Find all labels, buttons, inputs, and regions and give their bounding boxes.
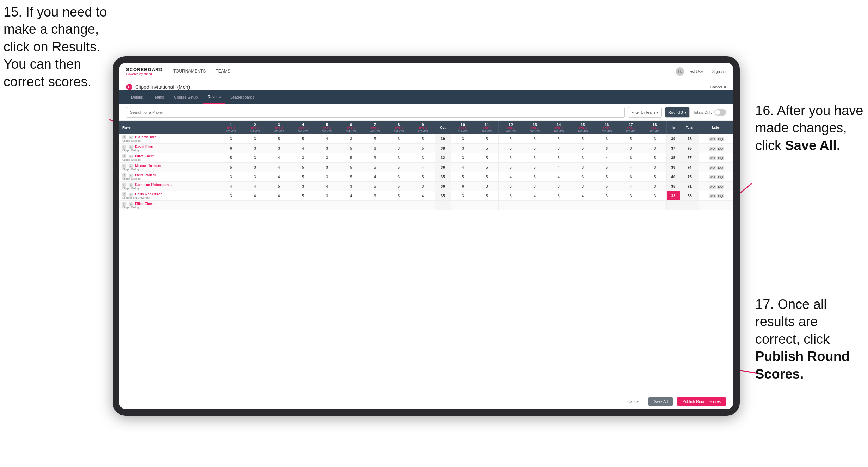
navbar-links: TOURNAMENTS TEAMS xyxy=(173,69,676,74)
label-wd[interactable]: WD xyxy=(709,166,716,170)
col-hole-4: 4 PAR 3 166 YDS xyxy=(291,121,315,134)
label-wd[interactable]: WD xyxy=(709,147,716,151)
navbar-right: TU Test User | Sign out xyxy=(676,67,726,76)
footer-bar: Cancel Save All Publish Round Scores xyxy=(119,393,733,409)
col-hole-18: 18 PAR 4 422 YDS xyxy=(643,121,666,134)
table-row: S A Elliot Ebert Clippd College 53433533… xyxy=(119,153,733,163)
highlighted-in-cell[interactable]: 33 xyxy=(667,191,680,201)
label-dq[interactable]: DQ xyxy=(717,147,724,151)
label-dq[interactable]: DQ xyxy=(717,175,724,179)
col-hole-1: 1 PAR 4 370 YDS xyxy=(219,121,243,134)
player-cell: S A Chris Robertson Scoreboard Universit… xyxy=(119,191,219,201)
label-dq[interactable]: DQ xyxy=(717,137,724,141)
table-row: S A Blair McHarg Clippd College 33554356… xyxy=(119,134,733,144)
col-hole-9: 9 PAR 4 422 YDS xyxy=(411,121,435,134)
col-hole-15: 15 PAR 4 448 YDS xyxy=(571,121,595,134)
signout-link[interactable]: Sign out xyxy=(712,69,726,74)
tab-course-setup[interactable]: Course Setup xyxy=(169,90,203,104)
col-hole-2: 2 PAR 5 511 YDS xyxy=(243,121,267,134)
nav-divider: | xyxy=(708,69,709,74)
label-wd[interactable]: WD xyxy=(709,137,716,141)
label-dq[interactable]: DQ xyxy=(717,166,724,170)
player-cell: S A David Ford Clippd College xyxy=(119,144,219,153)
table-row: S A Elliot Ebert Clippd College xyxy=(119,201,733,210)
toggle-switch[interactable] xyxy=(714,109,726,116)
cancel-button[interactable]: Cancel xyxy=(622,397,644,406)
table-row: S A Piers Parnell Clippd College 3345354… xyxy=(119,172,733,182)
player-cell: S A Marcus Turners Clippd College xyxy=(119,163,219,172)
col-hole-16: 16 PAR 5 510 YDS xyxy=(595,121,619,134)
toggle-knob xyxy=(715,110,720,115)
player-cell: S A Elliot Ebert Clippd College xyxy=(119,153,219,163)
publish-round-scores-button[interactable]: Publish Round Scores xyxy=(677,397,726,406)
tablet-screen: SCOREBOARD Powered by clippd TOURNAMENTS… xyxy=(119,63,733,409)
col-hole-13: 13 PAR 4 385 YDS xyxy=(523,121,547,134)
table-row: S A Cameron Robertson... Clippd College … xyxy=(119,182,733,191)
tab-bar: Details Teams Course Setup Results Leade… xyxy=(119,90,733,104)
nav-teams[interactable]: TEAMS xyxy=(216,69,230,74)
navbar: SCOREBOARD Powered by clippd TOURNAMENTS… xyxy=(119,63,733,80)
table-row: S A David Ford Clippd College 633435635 … xyxy=(119,144,733,153)
round-dropdown[interactable]: Round 3 ▾ xyxy=(665,107,690,118)
cancel-tournament-button[interactable]: Cancel ✕ xyxy=(710,85,726,89)
tab-teams[interactable]: Teams xyxy=(148,90,169,104)
col-hole-8: 8 PAR 4 391 YDS xyxy=(387,121,411,134)
player-cell: S A Elliot Ebert Clippd College xyxy=(119,201,219,210)
table-row: S A Marcus Turners Clippd College 534535… xyxy=(119,163,733,172)
col-total: Total xyxy=(680,121,699,134)
label-wd[interactable]: WD xyxy=(709,194,716,198)
col-hole-10: 10 PAR 5 519 YDS xyxy=(451,121,475,134)
player-cell: S A Cameron Robertson... Clippd College xyxy=(119,182,219,191)
col-label: Label xyxy=(699,121,733,134)
player-cell: S A Piers Parnell Clippd College xyxy=(119,172,219,182)
instruction-right-bottom: 17. Once all results are correct, click … xyxy=(755,296,864,383)
col-hole-3: 3 PAR 4 433 YDS xyxy=(267,121,291,134)
tablet-device: SCOREBOARD Powered by clippd TOURNAMENTS… xyxy=(113,56,740,416)
search-input[interactable] xyxy=(126,107,625,118)
tournament-gender: (Men) xyxy=(177,84,190,90)
tab-details[interactable]: Details xyxy=(126,90,148,104)
brand-logo: SCOREBOARD Powered by clippd xyxy=(126,67,163,76)
tournament-icon: C xyxy=(126,84,132,90)
user-name: Test User xyxy=(688,69,704,74)
user-avatar: TU xyxy=(676,67,684,76)
totals-only-toggle[interactable]: Totals Only xyxy=(693,109,726,116)
col-hole-14: 14 PAR 3 183 YDS xyxy=(547,121,571,134)
save-all-button[interactable]: Save All xyxy=(648,397,673,406)
score-table: Player 1 PAR 4 370 YDS 2 PAR 5 511 YDS xyxy=(119,121,733,210)
tab-leaderboards[interactable]: Leaderboards xyxy=(225,90,259,104)
col-hole-7: 7 PAR 4 445 YDS xyxy=(363,121,387,134)
col-out: Out xyxy=(435,121,451,134)
label-dq[interactable]: DQ xyxy=(717,156,724,160)
col-hole-12: 12 PAR 4 486 YDS xyxy=(499,121,523,134)
nav-tournaments[interactable]: TOURNAMENTS xyxy=(173,69,206,74)
tournament-header: C Clippd Invitational (Men) Cancel ✕ xyxy=(119,80,733,90)
col-player: Player xyxy=(119,121,219,134)
filters-bar: Filter by team ▾ Round 3 ▾ Totals Only xyxy=(119,104,733,121)
instruction-left: 15. If you need to make a change, click … xyxy=(4,4,113,91)
tournament-name: Clippd Invitational xyxy=(135,84,174,90)
instruction-right-top: 16. After you have made changes, click S… xyxy=(755,102,864,154)
score-table-container: Player 1 PAR 4 370 YDS 2 PAR 5 511 YDS xyxy=(119,121,733,393)
filter-team-dropdown[interactable]: Filter by team ▾ xyxy=(628,107,662,118)
col-in: In xyxy=(667,121,680,134)
label-wd[interactable]: WD xyxy=(709,175,716,179)
label-wd[interactable]: WD xyxy=(709,185,716,189)
tournament-title: C Clippd Invitational (Men) xyxy=(126,84,190,90)
col-hole-5: 5 PAR 5 536 YDS xyxy=(315,121,339,134)
table-row: S A Chris Robertson Scoreboard Universit… xyxy=(119,191,733,201)
tab-results[interactable]: Results xyxy=(203,90,225,104)
chevron-down-icon: ▾ xyxy=(656,110,658,115)
chevron-down-icon-round: ▾ xyxy=(684,110,687,115)
label-dq[interactable]: DQ xyxy=(717,185,724,189)
col-hole-17: 17 PAR 4 409 YDS xyxy=(619,121,643,134)
label-dq[interactable]: DQ xyxy=(717,194,724,198)
col-hole-6: 6 PAR 3 194 YDS xyxy=(339,121,363,134)
label-wd[interactable]: WD xyxy=(709,156,716,160)
col-hole-11: 11 PAR 3 180 YDS xyxy=(475,121,499,134)
player-cell: S A Blair McHarg Clippd College xyxy=(119,134,219,144)
